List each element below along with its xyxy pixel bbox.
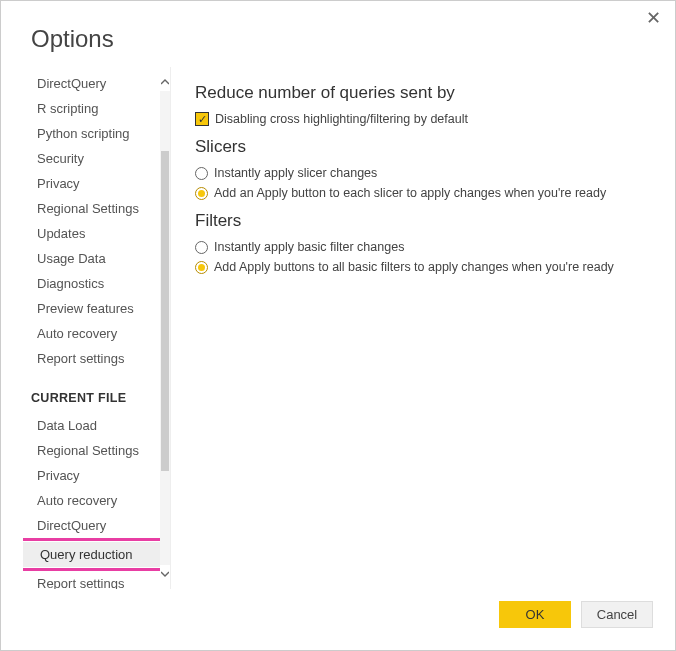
scroll-thumb[interactable] [161,151,169,471]
options-dialog: ✕ Options DirectQuery R scripting Python… [0,0,676,651]
nav-r-scripting[interactable]: R scripting [23,96,160,121]
dialog-body: DirectQuery R scripting Python scripting… [1,67,675,589]
sidebar-scrollbar[interactable] [160,67,170,589]
nav-preview-features[interactable]: Preview features [23,296,160,321]
section-slicers-title: Slicers [195,137,651,157]
nav-auto-recovery[interactable]: Auto recovery [23,321,160,346]
row-filters-instant: Instantly apply basic filter changes [195,237,651,257]
checkbox-disable-cross[interactable]: ✓ [195,112,209,126]
dialog-footer: OK Cancel [1,589,675,650]
sidebar: DirectQuery R scripting Python scripting… [23,67,171,589]
nav-cf-report-settings[interactable]: Report settings [23,571,160,589]
nav-diagnostics[interactable]: Diagnostics [23,271,160,296]
dialog-title: Options [1,1,675,67]
radio-filters-apply[interactable] [195,261,208,274]
row-slicers-apply: Add an Apply button to each slicer to ap… [195,183,651,203]
ok-button[interactable]: OK [499,601,571,628]
nav-cf-data-load[interactable]: Data Load [23,413,160,438]
nav-cf-privacy[interactable]: Privacy [23,463,160,488]
chevron-down-icon[interactable] [160,567,170,581]
nav-regional-settings[interactable]: Regional Settings [23,196,160,221]
radio-slicers-instant-label: Instantly apply slicer changes [214,166,377,180]
radio-filters-instant-label: Instantly apply basic filter changes [214,240,404,254]
nav-cf-regional-settings[interactable]: Regional Settings [23,438,160,463]
nav-usage-data[interactable]: Usage Data [23,246,160,271]
nav-updates[interactable]: Updates [23,221,160,246]
nav-report-settings[interactable]: Report settings [23,346,160,371]
cancel-button[interactable]: Cancel [581,601,653,628]
close-icon[interactable]: ✕ [645,11,661,27]
chevron-up-icon[interactable] [160,75,170,89]
nav-cf-directquery[interactable]: DirectQuery [23,513,160,538]
nav-privacy[interactable]: Privacy [23,171,160,196]
checkbox-disable-cross-label: Disabling cross highlighting/filtering b… [215,112,468,126]
row-disable-cross: ✓ Disabling cross highlighting/filtering… [195,109,651,129]
selection-highlight: Query reduction [23,538,160,571]
nav-python-scripting[interactable]: Python scripting [23,121,160,146]
radio-slicers-instant[interactable] [195,167,208,180]
nav-cf-query-reduction[interactable]: Query reduction [23,538,160,571]
nav-cf-auto-recovery[interactable]: Auto recovery [23,488,160,513]
radio-filters-apply-label: Add Apply buttons to all basic filters t… [214,260,614,274]
section-reduce-title: Reduce number of queries sent by [195,83,651,103]
radio-slicers-apply-label: Add an Apply button to each slicer to ap… [214,186,606,200]
radio-slicers-apply[interactable] [195,187,208,200]
section-filters-title: Filters [195,211,651,231]
nav-directquery[interactable]: DirectQuery [23,71,160,96]
nav-header-current-file: CURRENT FILE [23,371,160,413]
radio-filters-instant[interactable] [195,241,208,254]
nav-security[interactable]: Security [23,146,160,171]
row-slicers-instant: Instantly apply slicer changes [195,163,651,183]
row-filters-apply: Add Apply buttons to all basic filters t… [195,257,651,277]
content-pane: Reduce number of queries sent by ✓ Disab… [171,67,675,589]
sidebar-list: DirectQuery R scripting Python scripting… [23,67,160,589]
nav-cf-query-reduction-label: Query reduction [23,542,160,567]
scroll-track[interactable] [160,91,170,565]
